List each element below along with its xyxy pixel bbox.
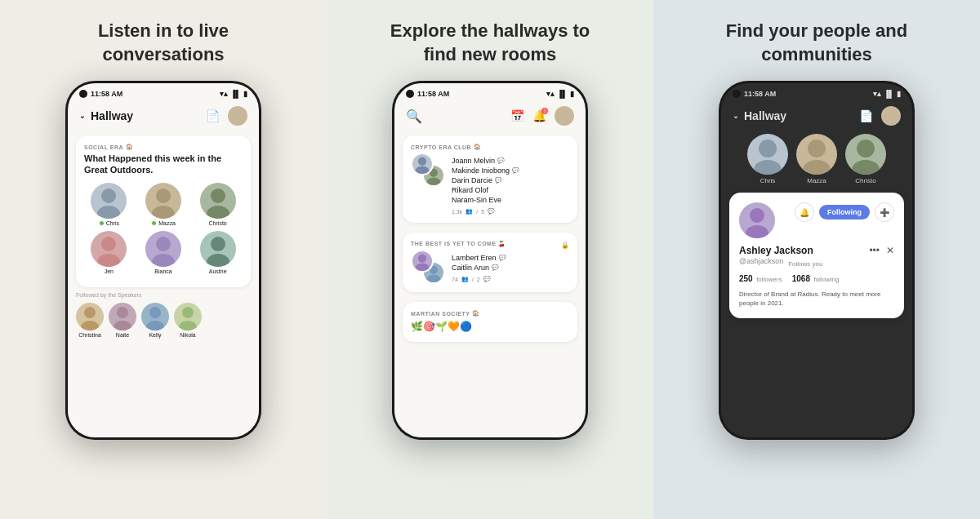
- avatar-stack-crypto: [411, 153, 445, 187]
- profile-avatar-chris: [747, 134, 788, 175]
- user-avatar-1[interactable]: [228, 106, 247, 126]
- search-icon[interactable]: 🔍: [406, 109, 422, 124]
- svg-point-3: [152, 206, 175, 219]
- status-icons-1: ▾▴ ▐▌ ▮: [220, 90, 247, 98]
- svg-point-17: [146, 321, 164, 330]
- more-options-icon[interactable]: •••: [869, 245, 880, 256]
- bell-icon[interactable]: 🔔 3: [532, 109, 546, 122]
- add-action-btn[interactable]: ➕: [875, 202, 894, 222]
- camera-notch-3: [733, 90, 741, 98]
- speakers-grid-row2: Jen Bianca: [84, 231, 243, 274]
- speaker-avatar-jen: [91, 231, 127, 267]
- svg-point-12: [84, 307, 96, 318]
- profile-name-christo: Christo: [855, 177, 875, 184]
- popup-name-row: Ashley Jackson @ashjackson Follows you •…: [739, 245, 894, 270]
- person-silhouette: [796, 134, 837, 175]
- followed-name-naite: Naite: [116, 332, 129, 338]
- speaker-austrie: Austrie: [193, 231, 243, 274]
- svg-point-5: [207, 206, 229, 219]
- wifi-icon-3: ▾▴: [873, 90, 881, 98]
- person-silhouette: [91, 231, 127, 267]
- user-avatar-3[interactable]: [881, 106, 901, 126]
- chat-icon: 💬: [499, 255, 506, 261]
- followed-avatar-christina: [76, 303, 104, 330]
- close-icon[interactable]: ✕: [886, 245, 894, 256]
- names-list-best: Lambert Eren 💬 Caitlin Arun 💬: [452, 253, 569, 273]
- chat-icon: 💬: [497, 157, 505, 164]
- nav-title-1[interactable]: ⌄ Hallway: [79, 109, 133, 122]
- person-silhouette: [174, 303, 202, 330]
- bell-action-btn[interactable]: 🔔: [795, 202, 814, 222]
- followed-naite[interactable]: Naite: [109, 303, 136, 338]
- room-card-martian[interactable]: MARTIAN SOCIETY 🏠 🌿🎯🌱🧡🔵: [403, 302, 577, 342]
- profile-popup: 🔔 Following ➕ Ashley Jackson @ashjackson…: [729, 193, 904, 317]
- chat-icon: 💬: [492, 264, 499, 271]
- followed-name-christina: Christina: [78, 332, 101, 338]
- followed-nikola[interactable]: Nikola: [174, 303, 202, 338]
- comments-icon: 💬: [488, 208, 495, 215]
- profile-christo[interactable]: Christo: [845, 134, 886, 184]
- phone-1: 11:58 AM ▾▴ ▐▌ ▮ ⌄ Hallway 📄: [65, 81, 261, 440]
- name-row: Lambert Eren 💬: [452, 253, 569, 263]
- document-icon-3[interactable]: 📄: [859, 109, 873, 122]
- calendar-icon[interactable]: 📅: [510, 109, 524, 122]
- svg-point-24: [418, 255, 426, 263]
- svg-point-2: [156, 189, 171, 203]
- followers-text: followers: [756, 276, 782, 283]
- svg-point-10: [211, 237, 225, 251]
- svg-point-16: [149, 307, 161, 318]
- person-silhouette: [845, 134, 886, 175]
- wifi-icon: ▾▴: [220, 90, 228, 98]
- nav-bar-1: ⌄ Hallway 📄: [68, 101, 259, 131]
- svg-point-9: [152, 254, 175, 267]
- nav-title-3[interactable]: ⌄ Hallway: [733, 109, 786, 122]
- following-stat: 1068 following: [792, 270, 840, 285]
- room-card-best[interactable]: The best is yet to come 🍒 🔒: [403, 233, 577, 292]
- camera-notch: [79, 90, 87, 98]
- active-dot: [151, 220, 157, 226]
- profiles-row: Chris Mazza: [721, 131, 912, 188]
- stack-avatar-1: [411, 153, 434, 175]
- profile-chris[interactable]: Chris: [747, 134, 788, 184]
- lock-icon: 🔒: [561, 242, 569, 249]
- speaker-avatar-christo: [200, 183, 236, 219]
- svg-point-23: [426, 178, 440, 185]
- chevron-icon-3: ⌄: [733, 112, 739, 120]
- followed-name-kelly: Kelly: [149, 332, 161, 338]
- svg-point-35: [746, 225, 768, 238]
- profile-mazza[interactable]: Mazza: [796, 134, 837, 184]
- person-silhouette: [145, 231, 181, 267]
- svg-point-29: [754, 160, 782, 175]
- status-time-2: 11:58 AM: [417, 90, 449, 98]
- speaker-chris: Chris: [84, 183, 134, 226]
- name-row: Rikard Olof: [452, 185, 569, 195]
- panel-1-heading: Listen in to live conversations: [57, 20, 270, 66]
- followed-section: Followed by the Speakers Christina: [68, 292, 259, 343]
- followed-avatar-nikola: [174, 303, 202, 330]
- name-row: Makinde Iniobong 💬: [452, 166, 569, 175]
- followed-christina[interactable]: Christina: [76, 303, 104, 338]
- popup-actions: 🔔 Following ➕: [795, 202, 894, 222]
- speaker-avatar-mazza: [145, 183, 181, 219]
- signal-icon-3: ▐▌: [884, 90, 894, 98]
- camera-notch-2: [406, 90, 414, 98]
- panel-3-heading: Find your people and communities: [710, 20, 923, 66]
- speaker-mazza: Mazza: [139, 183, 189, 226]
- svg-point-27: [426, 275, 440, 282]
- speaker-name-austrie: Austrie: [209, 268, 227, 274]
- document-icon[interactable]: 📄: [206, 109, 220, 122]
- user-avatar-2[interactable]: [555, 106, 574, 126]
- svg-point-11: [207, 254, 229, 267]
- followed-kelly[interactable]: Kelly: [141, 303, 169, 338]
- svg-point-15: [114, 321, 131, 330]
- popup-stats: 250 followers 1068 following: [739, 270, 894, 285]
- signal-icon: ▐▌: [230, 90, 241, 98]
- following-button[interactable]: Following: [819, 205, 870, 220]
- room-card-crypto[interactable]: CRYPTO ERA CLUB 🏠: [403, 135, 577, 223]
- panel-people: Find your people and communities 11:58 A…: [653, 0, 980, 519]
- svg-point-4: [211, 189, 225, 203]
- speaker-avatar-austrie: [200, 231, 236, 267]
- status-time-1: 11:58 AM: [91, 90, 122, 98]
- room-card-1[interactable]: SOCIAL ERA 🏠 What Happened this week in …: [76, 135, 251, 287]
- popup-header: 🔔 Following ➕: [739, 202, 894, 238]
